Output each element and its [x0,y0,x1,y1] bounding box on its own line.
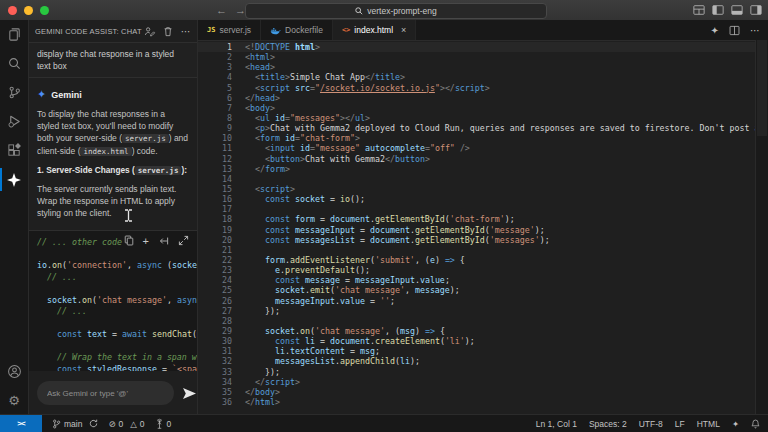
gemini-editor-icon[interactable]: ✦ [711,25,719,36]
code-line[interactable]: 33 }); [198,367,756,377]
code-line[interactable]: 32 messagesList.appendChild(li); [198,356,756,366]
code-line[interactable]: 26 messageInput.value = ''; [198,296,756,306]
problems-status[interactable]: ⊘ 0 △ 0 [108,419,144,429]
ports-status[interactable]: 0 [155,419,172,429]
run-debug-icon[interactable] [0,107,28,136]
indentation[interactable]: Spaces: 2 [589,419,627,429]
assistant-heading: 1. Server-Side Changes (server.js): [29,161,197,180]
tab-server-js[interactable]: JS server.js [198,20,261,40]
code-line[interactable]: 34 </script> [198,377,756,387]
code-line[interactable]: 22 form.addEventListener('submit', (e) =… [198,255,756,265]
settings-gear-icon[interactable]: ⚙ [0,386,28,415]
code-line[interactable]: 31 li.textContent = msg; [198,346,756,356]
line-number: 1 [198,42,245,52]
code-line[interactable]: 35</body> [198,387,756,397]
line-number: 16 [198,194,245,204]
more-actions-icon[interactable]: ⋯ [181,26,191,37]
toggle-panel-icon[interactable] [731,4,743,16]
code-line[interactable]: 4 <title>Simple Chat App</title> [198,72,756,82]
code-line[interactable]: 9 <p>Chat with Gemma2 deployed to Cloud … [198,123,756,133]
customize-layout-icon[interactable] [693,4,705,16]
user-chat-message: display the chat response in a styled te… [29,42,197,78]
code-line[interactable]: 1<!DOCTYPE html> [198,42,756,52]
git-branch-status[interactable]: main [52,419,98,429]
code-line[interactable]: 29 socket.on('chat message', (msg) => { [198,326,756,336]
code-line[interactable]: 19 const messageInput = document.getElem… [198,225,756,235]
line-number: 25 [198,285,245,295]
code-line[interactable]: 11 <input id="message" autocomplete="off… [198,143,756,153]
code-line[interactable]: 17 [198,204,756,214]
notifications-bell-icon[interactable] [751,419,760,429]
code-line[interactable]: 36</html> [198,397,756,407]
eol-sequence[interactable]: LF [675,419,685,429]
code-editor[interactable]: 1<!DOCTYPE html>2<html>3<head>4 <title>S… [198,40,756,415]
editor-group: JS server.js Dockerfile <> index.html × … [198,20,768,415]
encoding[interactable]: UTF-8 [639,419,663,429]
maximize-window-button[interactable] [40,6,49,15]
cursor-position[interactable]: Ln 1, Col 1 [536,419,577,429]
line-number: 21 [198,245,245,255]
gemini-sparkle-icon: ✦ [37,88,46,101]
errors-icon: ⊘ [108,419,115,429]
send-button[interactable] [182,387,197,400]
code-line[interactable]: 27 }); [198,306,756,316]
code-line[interactable]: 7<body> [198,103,756,113]
minimize-window-button[interactable] [24,6,33,15]
line-number: 29 [198,326,245,336]
line-number: 18 [198,214,245,224]
command-center-search[interactable]: vertex-prompt-eng [245,3,547,19]
tab-index-html[interactable]: <> index.html × [333,20,416,40]
code-line[interactable]: 20 const messagesList = document.getElem… [198,235,756,245]
html-file-icon: <> [342,26,350,34]
accounts-icon[interactable] [0,357,28,386]
code-line[interactable]: 2<html> [198,52,756,62]
chat-panel-title: GEMINI CODE ASSIST: CHAT [35,27,142,36]
expand-code-icon[interactable] [178,235,189,246]
code-line[interactable]: 14 [198,174,756,184]
chat-code-line [37,341,197,353]
code-line[interactable]: 5 <script src="/socket.io/socket.io.js">… [198,83,756,93]
send-icon [182,387,197,400]
code-line[interactable]: 16 const socket = io(); [198,194,756,204]
code-line[interactable]: 13 </form> [198,164,756,174]
code-line[interactable]: 15 <script> [198,184,756,194]
copy-code-icon[interactable] [124,235,134,246]
trash-icon[interactable] [163,26,173,37]
code-line[interactable]: 23 e.preventDefault(); [198,265,756,275]
workspace-name: vertex-prompt-eng [367,6,436,16]
split-editor-icon[interactable] [729,25,740,36]
line-number: 9 [198,123,245,133]
insert-into-file-icon[interactable] [158,236,169,246]
remote-indicator[interactable]: >< [0,415,42,432]
code-line[interactable]: 30 const li = document.createElement('li… [198,336,756,346]
code-line[interactable]: 24 const message = messageInput.value; [198,275,756,285]
close-window-button[interactable] [8,6,17,15]
chat-input[interactable] [37,381,174,405]
search-sidebar-icon[interactable] [0,49,28,78]
insert-code-icon[interactable]: + [143,236,149,246]
code-line[interactable]: 28 [198,316,756,326]
tab-bar: JS server.js Dockerfile <> index.html × … [198,20,768,41]
explorer-icon[interactable] [0,20,28,49]
code-line[interactable]: 10 <form id="chat-form"> [198,133,756,143]
source-control-icon[interactable] [0,78,28,107]
language-mode[interactable]: HTML [697,419,720,429]
extensions-icon[interactable] [0,136,28,165]
toggle-secondary-sidebar-icon[interactable] [750,4,762,16]
back-icon[interactable]: ← [216,4,227,16]
code-line[interactable]: 25 socket.emit('chat message', message); [198,285,756,295]
code-line[interactable]: 3<head> [198,62,756,72]
gemini-status-icon[interactable]: ✦ [732,419,739,429]
tab-dockerfile[interactable]: Dockerfile [261,20,333,40]
code-line[interactable]: 21 [198,245,756,255]
editor-more-actions-icon[interactable]: ⋯ [750,25,760,36]
toggle-sidebar-icon[interactable] [712,4,724,16]
gemini-code-assist-icon[interactable] [0,165,28,194]
code-line[interactable]: 6</head> [198,93,756,103]
close-tab-icon[interactable]: × [401,25,406,35]
minimap-scrollbar[interactable] [755,40,768,415]
feedback-icon[interactable] [144,26,155,37]
code-line[interactable]: 12 <button>Chat with Gemma2</button> [198,154,756,164]
code-line[interactable]: 8 <ul id="messages"></ul> [198,113,756,123]
code-line[interactable]: 18 const form = document.getElementById(… [198,214,756,224]
